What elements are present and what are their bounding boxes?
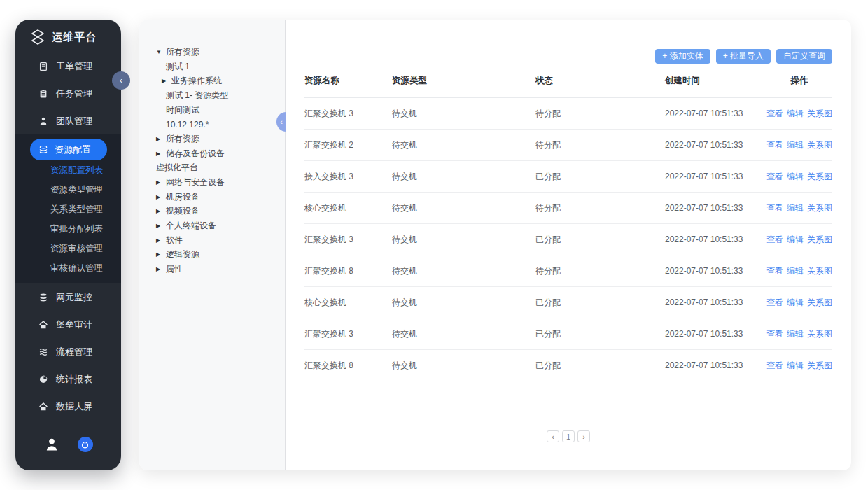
tree-item-label: 网络与安全设备 xyxy=(166,176,225,188)
view-link[interactable]: 查看 xyxy=(766,234,783,246)
tree-item-label: 业务操作系统 xyxy=(172,75,222,87)
tree-item-label: 软件 xyxy=(166,234,183,246)
tree-item[interactable]: ▶ 属性 xyxy=(139,262,285,276)
relation-diagram-link[interactable]: 关系图 xyxy=(807,234,832,246)
tree-item-label: 储存及备份设备 xyxy=(166,148,225,160)
relation-diagram-link[interactable]: 关系图 xyxy=(807,328,832,340)
page-number-button[interactable]: 1 xyxy=(562,430,575,442)
sidebar-submenu-item[interactable]: 关系类型管理 xyxy=(15,200,121,219)
tree-item[interactable]: 10.12 129.* xyxy=(139,117,285,132)
tree-item-label: 测试 1 xyxy=(166,61,190,73)
edit-link[interactable]: 编辑 xyxy=(787,234,804,246)
view-link[interactable]: 查看 xyxy=(766,328,783,340)
tree-arrow-icon: ▶ xyxy=(156,208,166,214)
relation-diagram-link[interactable]: 关系图 xyxy=(807,265,832,277)
sidebar-item-data-dashboard[interactable]: 数据大屏 xyxy=(15,393,121,420)
sidebar-item-process-management[interactable]: 流程管理 xyxy=(15,338,121,365)
edit-link[interactable]: 编辑 xyxy=(787,108,804,120)
relation-diagram-link[interactable]: 关系图 xyxy=(807,108,832,120)
tree-item[interactable]: 测试 1 xyxy=(139,59,285,74)
relation-diagram-link[interactable]: 关系图 xyxy=(807,360,832,372)
sidebar-submenu-item[interactable]: 资源审核管理 xyxy=(15,239,121,258)
relation-diagram-link[interactable]: 关系图 xyxy=(807,202,832,214)
avatar-user-icon[interactable] xyxy=(44,437,59,452)
cell-status: 待分配 xyxy=(536,139,665,151)
table-row: 接入交换机 3 待交机 已分配 2022-07-07 10:51:33 查看 编… xyxy=(304,161,832,192)
next-page-button[interactable]: › xyxy=(578,430,590,442)
cell-resource-name: 汇聚交换机 3 xyxy=(304,234,392,246)
sidebar-item-network-monitoring[interactable]: 网元监控 xyxy=(15,284,121,311)
tree-item[interactable]: ▶ 机房设备 xyxy=(139,190,285,204)
cell-created-time: 2022-07-07 10:51:33 xyxy=(665,203,766,213)
sidebar-submenu-item[interactable]: 审批分配列表 xyxy=(15,219,121,239)
view-link[interactable]: 查看 xyxy=(766,265,783,277)
batch-import-button[interactable]: + 批量导入 xyxy=(716,49,771,64)
sidebar-item-teams[interactable]: 团队管理 xyxy=(15,107,121,134)
content-card: ▼ 所有资源 测试 1 ▶ 业务操作系统 测试 1- 资源类型 xyxy=(139,20,851,470)
sidebar: 运维平台 工单管理 任务管理 团队管理 资源配置 资源配置列表 xyxy=(15,20,121,470)
sidebar-submenu-item[interactable]: 审核确认管理 xyxy=(15,258,121,278)
prev-page-button[interactable]: ‹ xyxy=(547,430,559,442)
view-link[interactable]: 查看 xyxy=(766,139,783,151)
edit-link[interactable]: 编辑 xyxy=(787,265,804,277)
sidebar-submenu-item[interactable]: 资源配置列表 xyxy=(15,160,121,180)
edit-link[interactable]: 编辑 xyxy=(787,297,804,309)
tree-item[interactable]: ▶ 逻辑资源 xyxy=(139,248,285,262)
cell-actions: 查看 编辑 关系图 xyxy=(766,202,832,214)
view-link[interactable]: 查看 xyxy=(766,171,783,183)
view-link[interactable]: 查看 xyxy=(766,108,783,120)
cell-status: 待分配 xyxy=(536,265,665,277)
clipboard-icon xyxy=(38,89,48,99)
tree-item[interactable]: ▶ 个人终端设备 xyxy=(139,218,285,233)
sidebar-item-tasks[interactable]: 任务管理 xyxy=(15,80,121,107)
view-link[interactable]: 查看 xyxy=(766,360,783,372)
edit-link[interactable]: 编辑 xyxy=(787,139,804,151)
sidebar-item-bastion-audit[interactable]: 堡垒审计 xyxy=(15,311,121,338)
column-header-name: 资源名称 xyxy=(304,75,392,87)
cell-resource-type: 待交机 xyxy=(392,139,536,151)
tree-item[interactable]: ▶ 网络与安全设备 xyxy=(139,175,285,190)
sidebar-collapse-button[interactable]: ‹ xyxy=(112,71,130,90)
edit-link[interactable]: 编辑 xyxy=(787,202,804,214)
edit-link[interactable]: 编辑 xyxy=(787,171,804,183)
cell-created-time: 2022-07-07 10:51:33 xyxy=(665,172,766,181)
tree-item[interactable]: 测试 1- 资源类型 xyxy=(139,88,285,103)
tree-arrow-icon: ▶ xyxy=(156,194,166,200)
tree-item[interactable]: ▶ 软件 xyxy=(139,233,285,248)
tree-item[interactable]: 时间测试 xyxy=(139,103,285,118)
sidebar-item-label: 工单管理 xyxy=(56,60,92,73)
view-link[interactable]: 查看 xyxy=(766,202,783,214)
relation-diagram-link[interactable]: 关系图 xyxy=(807,139,832,151)
tree-item-label: 逻辑资源 xyxy=(166,248,200,260)
tree-item-label: 属性 xyxy=(166,263,183,275)
edit-link[interactable]: 编辑 xyxy=(787,360,804,372)
tree-item[interactable]: ▶ 所有资源 xyxy=(139,132,285,146)
sidebar-item-work-orders[interactable]: 工单管理 xyxy=(15,52,121,80)
relation-diagram-link[interactable]: 关系图 xyxy=(807,297,832,309)
tree-item[interactable]: ▶ 视频设备 xyxy=(139,204,285,219)
cell-status: 已分配 xyxy=(536,234,665,246)
view-link[interactable]: 查看 xyxy=(766,297,783,309)
add-entity-button[interactable]: + 添加实体 xyxy=(655,49,710,64)
home-screen-icon xyxy=(38,402,48,412)
tree-item[interactable]: ▶ 储存及备份设备 xyxy=(139,146,285,161)
cell-status: 已分配 xyxy=(536,171,665,183)
sidebar-item-statistics-reports[interactable]: 统计报表 xyxy=(15,365,121,393)
cell-resource-name: 接入交换机 3 xyxy=(304,171,392,183)
tree-item[interactable]: ▶ 业务操作系统 xyxy=(139,74,285,88)
power-button[interactable] xyxy=(78,437,93,452)
pagination: ‹ 1 › xyxy=(304,430,832,442)
sidebar-submenu-item[interactable]: 资源类型管理 xyxy=(15,180,121,200)
relation-diagram-link[interactable]: 关系图 xyxy=(807,171,832,183)
tree-item-label: 所有资源 xyxy=(166,133,200,145)
sidebar-item-resource-config[interactable]: 资源配置 xyxy=(30,139,107,160)
cell-status: 已分配 xyxy=(536,360,665,372)
tree-item[interactable]: ▼ 所有资源 xyxy=(139,45,285,59)
edit-link[interactable]: 编辑 xyxy=(787,328,804,340)
cell-resource-name: 核心交换机 xyxy=(304,202,392,214)
custom-query-button[interactable]: 自定义查询 xyxy=(776,49,832,64)
tree-item[interactable]: 虚拟化平台 xyxy=(139,161,285,176)
tree-item-label: 测试 1- 资源类型 xyxy=(166,90,228,102)
sidebar-group-resource-config: 资源配置 资源配置列表 资源类型管理 关系类型管理 审批分配列表 资源审核管理 … xyxy=(15,134,121,284)
sidebar-item-label: 网元监控 xyxy=(56,291,92,304)
